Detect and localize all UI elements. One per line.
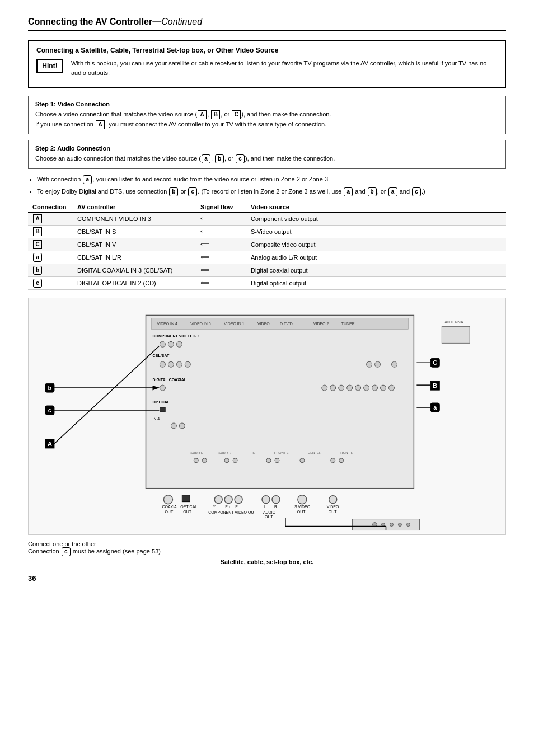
svg-text:FRONT L: FRONT L bbox=[274, 451, 289, 454]
svg-point-18 bbox=[176, 361, 182, 367]
table-cell-signal: ⟸ bbox=[196, 238, 246, 251]
svg-text:OUT: OUT bbox=[329, 510, 337, 514]
svg-point-13 bbox=[168, 341, 174, 347]
table-cell-video: Composite video output bbox=[246, 238, 506, 251]
svg-text:c: c bbox=[48, 407, 51, 414]
svg-point-34 bbox=[355, 385, 361, 391]
svg-rect-57 bbox=[182, 495, 190, 502]
svg-point-17 bbox=[168, 361, 174, 367]
table-cell-video: Component video output bbox=[246, 212, 506, 225]
step2-title: Step 2: Audio Connection bbox=[35, 145, 499, 152]
svg-text:OUT: OUT bbox=[297, 510, 306, 514]
svg-text:TUNER: TUNER bbox=[341, 322, 355, 326]
table-cell-signal: ⟸ bbox=[196, 225, 246, 238]
table-cell-av: COMPONENT VIDEO IN 3 bbox=[73, 212, 196, 225]
svg-text:VIDEO 2: VIDEO 2 bbox=[313, 322, 329, 326]
svg-text:R: R bbox=[274, 505, 277, 509]
svg-text:Pb: Pb bbox=[225, 505, 230, 509]
svg-point-21 bbox=[375, 361, 381, 367]
svg-point-31 bbox=[330, 385, 336, 391]
svg-text:a: a bbox=[433, 404, 437, 411]
hint-box: Hint! bbox=[36, 59, 63, 73]
table-cell-av: CBL/SAT IN L/R bbox=[73, 251, 196, 264]
table-cell-av: CBL/SAT IN V bbox=[73, 238, 196, 251]
svg-text:DIGITAL COAXIAL: DIGITAL COAXIAL bbox=[152, 378, 186, 382]
table-cell-connection: C bbox=[28, 238, 73, 251]
step1-body: Choose a video connection that matches t… bbox=[35, 110, 499, 129]
bullet-list: With connection a, you can listen to and… bbox=[37, 175, 506, 196]
svg-rect-107 bbox=[442, 326, 470, 343]
svg-text:VIDEO IN 1: VIDEO IN 1 bbox=[224, 322, 245, 326]
svg-point-52 bbox=[331, 458, 335, 463]
svg-point-22 bbox=[391, 361, 397, 367]
svg-point-61 bbox=[224, 496, 232, 504]
svg-point-53 bbox=[339, 458, 344, 463]
col-header-video: Video source bbox=[246, 202, 506, 213]
svg-point-102 bbox=[406, 523, 410, 527]
svg-text:COMPONENT VIDEO OUT: COMPONENT VIDEO OUT bbox=[208, 510, 256, 514]
svg-text:OPTICAL: OPTICAL bbox=[180, 505, 197, 509]
table-cell-connection: b bbox=[28, 264, 73, 276]
svg-text:IN: IN bbox=[252, 451, 255, 454]
table-cell-signal: ⟸ bbox=[196, 251, 246, 264]
step2-body: Choose an audio connection that matches … bbox=[35, 154, 499, 164]
svg-text:ANTENNA: ANTENNA bbox=[444, 320, 463, 324]
svg-text:VIDEO: VIDEO bbox=[257, 322, 270, 326]
svg-text:CENTER: CENTER bbox=[308, 451, 322, 454]
page-title: Connecting the AV Controller—Continued bbox=[28, 17, 506, 31]
diagram-svg: VIDEO IN 4 VIDEO IN 5 VIDEO IN 1 VIDEO D… bbox=[29, 298, 505, 533]
svg-text:VIDEO IN 5: VIDEO IN 5 bbox=[190, 322, 211, 326]
svg-text:S VIDEO: S VIDEO bbox=[294, 505, 311, 509]
table-cell-video: Analog audio L/R output bbox=[246, 251, 506, 264]
svg-point-50 bbox=[275, 458, 279, 463]
table-cell-av: CBL/SAT IN S bbox=[73, 225, 196, 238]
table-cell-connection: c bbox=[28, 276, 73, 289]
caption-line1: Connect one or the other bbox=[28, 541, 506, 547]
svg-point-76 bbox=[329, 496, 337, 504]
svg-text:OPTICAL: OPTICAL bbox=[152, 400, 170, 404]
svg-point-38 bbox=[388, 385, 394, 391]
badge-a-lower: a bbox=[202, 154, 210, 163]
svg-point-45 bbox=[194, 458, 198, 463]
svg-text:A: A bbox=[48, 440, 52, 447]
table-cell-signal: ⟸ bbox=[196, 212, 246, 225]
caption-line2: Connection c must be assigned (see page … bbox=[28, 547, 506, 556]
table-row: CCBL/SAT IN V⟸Composite video output bbox=[28, 238, 506, 251]
bullet-2: To enjoy Dolby Digital and DTS, use conn… bbox=[37, 187, 506, 196]
hint-row: Hint! With this hookup, you can use your… bbox=[36, 59, 498, 77]
bullet-1: With connection a, you can listen to and… bbox=[37, 175, 506, 184]
svg-text:IN 4: IN 4 bbox=[152, 417, 160, 421]
table-cell-connection: B bbox=[28, 225, 73, 238]
svg-point-101 bbox=[398, 523, 401, 527]
step1-title: Step 1: Video Connection bbox=[35, 101, 499, 107]
svg-point-14 bbox=[176, 341, 182, 347]
svg-point-51 bbox=[300, 458, 305, 463]
svg-point-32 bbox=[339, 385, 344, 391]
svg-text:D.TV/D: D.TV/D bbox=[280, 322, 293, 326]
svg-text:FRONT R: FRONT R bbox=[339, 451, 354, 454]
svg-point-100 bbox=[390, 523, 393, 527]
badge-A-upper: A bbox=[198, 110, 207, 119]
diagram-area: VIDEO IN 4 VIDEO IN 5 VIDEO IN 1 VIDEO D… bbox=[28, 298, 506, 535]
svg-text:SURR R: SURR R bbox=[218, 451, 232, 454]
table-row: cDIGITAL OPTICAL IN 2 (CD)⟸Digital optic… bbox=[28, 276, 506, 289]
svg-point-33 bbox=[347, 385, 353, 391]
svg-text:IN 3: IN 3 bbox=[193, 335, 200, 338]
col-header-connection: Connection bbox=[28, 202, 73, 213]
svg-text:B: B bbox=[433, 382, 437, 389]
svg-point-12 bbox=[160, 341, 165, 347]
badge-A-ref: A bbox=[96, 120, 105, 129]
svg-point-67 bbox=[262, 496, 270, 504]
svg-text:Y: Y bbox=[213, 505, 216, 509]
svg-text:AUDIO: AUDIO bbox=[263, 510, 276, 514]
table-cell-av: DIGITAL OPTICAL IN 2 (CD) bbox=[73, 276, 196, 289]
svg-point-62 bbox=[235, 496, 242, 504]
svg-point-99 bbox=[382, 523, 385, 527]
svg-point-36 bbox=[372, 385, 378, 391]
svg-text:CBL/SAT: CBL/SAT bbox=[152, 354, 169, 358]
svg-point-54 bbox=[163, 495, 172, 504]
svg-rect-1 bbox=[146, 315, 414, 488]
table-row: BCBL/SAT IN S⟸S-Video output bbox=[28, 225, 506, 238]
badge-c-lower: c bbox=[236, 154, 245, 163]
table-cell-video: Digital coaxial output bbox=[246, 264, 506, 276]
